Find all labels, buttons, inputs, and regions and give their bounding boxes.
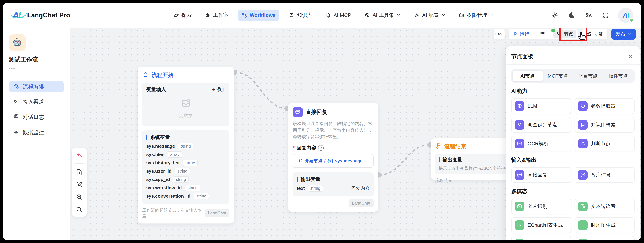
sysvar-row: sys.user_idstring bbox=[146, 167, 226, 175]
play-icon bbox=[513, 31, 518, 37]
app-logo-icon: AL bbox=[12, 10, 23, 20]
panel-card-ocr[interactable]: OCR OCR解析 bbox=[511, 136, 571, 151]
nav-item-permissions[interactable]: 权限管理 bbox=[455, 9, 498, 21]
navbar: AL LangChat Pro 探索 工作室 Workflows 知识库 bbox=[3, 3, 641, 28]
type-tag: string bbox=[178, 143, 193, 150]
chat-bubble-icon bbox=[515, 170, 524, 180]
node-start-header: 流程开始 bbox=[142, 71, 230, 79]
chat-bubble-icon bbox=[293, 107, 303, 117]
section-title-ai-capabilities: AI能力 bbox=[511, 87, 634, 95]
nav-item-studio[interactable]: 工作室 bbox=[201, 9, 232, 21]
fit-view-icon[interactable] bbox=[76, 181, 83, 189]
variable-reference-pill[interactable]: 开始节点 / {x} sys.message bbox=[296, 157, 366, 165]
zoom-out-icon[interactable] bbox=[76, 206, 83, 214]
node-description: 该模块可以直接回复一段指定的内容。常用于引导、提示。非字符串内容传入时，会转成字… bbox=[293, 120, 374, 140]
book-icon bbox=[289, 12, 294, 18]
output-row: text string 回复内容 bbox=[297, 184, 370, 193]
env-button[interactable]: ENV bbox=[493, 29, 505, 40]
sysvar-row: sys.filesarray bbox=[146, 150, 226, 159]
panel-card-condition[interactable]: 判断节点 bbox=[574, 136, 634, 151]
bar-chart-icon bbox=[578, 220, 588, 230]
nav-item-explore[interactable]: 探索 bbox=[170, 9, 196, 21]
panel-card-wordcloud-generation[interactable]: 词云图生成 bbox=[574, 236, 634, 240]
edge-reply-to-end bbox=[379, 145, 430, 175]
ocr-icon: OCR bbox=[515, 139, 524, 148]
panel-tabs: AI节点 MCP节点 平台节点 插件节点 bbox=[511, 69, 634, 82]
brand: AL LangChat Pro bbox=[12, 10, 70, 20]
toolset-icon bbox=[364, 12, 370, 18]
section-accent-bar bbox=[438, 157, 440, 162]
sidebar-item-flow-editor[interactable]: 流程编排 bbox=[9, 81, 64, 92]
panel-card-knowledge-retrieval[interactable]: 知识库检索 bbox=[574, 117, 634, 133]
sidebar-item-data-monitor[interactable]: 数据监控 bbox=[9, 127, 64, 138]
variable-input-title: 变量输入 bbox=[146, 86, 166, 93]
help-icon[interactable]: ? bbox=[318, 145, 324, 151]
panel-card-echart-generation[interactable]: EChart图表生成 bbox=[511, 217, 571, 233]
translate-icon[interactable]: x̄A bbox=[584, 11, 593, 20]
bar-chart-icon bbox=[515, 239, 524, 240]
close-icon[interactable] bbox=[627, 53, 634, 60]
tab-plugin-nodes[interactable]: 插件节点 bbox=[603, 71, 634, 81]
panel-card-intent-recognition[interactable]: 意图识别节点 bbox=[511, 117, 571, 133]
node-panel: 节点面板 AI节点 MCP节点 平台节点 插件节点 AI能力 LLM 参数提取器… bbox=[506, 46, 640, 240]
sidebar-item-label: 流程编排 bbox=[23, 83, 44, 90]
nav-item-knowledge[interactable]: 知识库 bbox=[285, 9, 316, 21]
canvas-controls bbox=[72, 148, 87, 217]
add-variable-button[interactable]: +添加 bbox=[212, 86, 226, 93]
tab-ai-nodes[interactable]: AI节点 bbox=[512, 71, 543, 81]
nav-item-ai-toolset[interactable]: AI 工具集 bbox=[360, 9, 405, 21]
tab-mcp-nodes[interactable]: MCP节点 bbox=[543, 71, 573, 81]
edge-start-to-reply bbox=[235, 72, 287, 109]
checklist-button[interactable] bbox=[537, 30, 548, 38]
output-desc: 回复内容 bbox=[351, 185, 370, 192]
feature-button[interactable]: 功能 bbox=[582, 29, 608, 40]
avatar-letter: I bbox=[627, 11, 629, 19]
brand-name: LangChat Pro bbox=[27, 11, 70, 19]
panel-card-sequence-diagram[interactable]: 时序图生成 bbox=[574, 217, 634, 233]
ref-separator: / bbox=[324, 158, 326, 164]
nav-item-workflows[interactable]: Workflows bbox=[238, 10, 280, 21]
panel-card-image-recognition[interactable]: 图片识别 bbox=[511, 199, 571, 214]
sidebar-item-chat-logs[interactable]: 对话日志 bbox=[9, 111, 64, 123]
fullscreen-icon[interactable] bbox=[601, 11, 610, 20]
brain-icon bbox=[515, 101, 524, 111]
nav-item-ai-mcp[interactable]: AI MCP bbox=[322, 10, 355, 21]
panel-card-param-extractor[interactable]: 参数提取器 bbox=[574, 98, 634, 114]
workflow-avatar bbox=[9, 34, 26, 51]
add-file-icon[interactable] bbox=[76, 168, 83, 176]
workflow-description: --- bbox=[9, 65, 64, 71]
sidebar-item-channels[interactable]: 接入渠道 bbox=[9, 96, 64, 107]
system-variables-box: 系统变量 sys.messagestring sys.filesarray sy… bbox=[142, 130, 230, 204]
online-status-dot bbox=[629, 18, 634, 22]
nav-item-label: AI 工具集 bbox=[372, 12, 394, 19]
nav-item-label: Workflows bbox=[250, 12, 276, 18]
node-reply-header: 直接回复 bbox=[293, 107, 374, 117]
ref-node-name: 开始节点 bbox=[305, 158, 322, 164]
nav-item-ai-config[interactable]: AI 配置 bbox=[410, 9, 449, 21]
reply-content-input[interactable]: 开始节点 / {x} sys.message bbox=[293, 154, 374, 168]
section-accent-bar bbox=[146, 135, 147, 140]
dark-mode-moon-icon[interactable] bbox=[567, 11, 576, 20]
panel-card-llm[interactable]: LLM bbox=[511, 98, 571, 114]
publish-button[interactable]: 发布 bbox=[612, 29, 636, 40]
tab-platform-nodes[interactable]: 平台节点 bbox=[573, 71, 603, 81]
panel-card-note[interactable]: 备注信息 bbox=[574, 167, 634, 183]
user-avatar[interactable]: AI bbox=[618, 7, 633, 23]
node-button-label: 节点 bbox=[564, 31, 573, 37]
run-button[interactable]: 运行 bbox=[510, 31, 532, 37]
node-direct-reply[interactable]: 直接回复 该模块可以直接回复一段指定的内容。常用于引导、提示。非字符串内容传入时… bbox=[288, 102, 378, 212]
panel-card-direct-reply[interactable]: 直接回复 bbox=[511, 167, 571, 183]
panel-card-text-to-speech[interactable]: 文本转语音 bbox=[574, 199, 634, 214]
node-title: 流程结束 bbox=[444, 143, 466, 150]
settings-gear-icon[interactable] bbox=[550, 11, 559, 20]
monitor-icon bbox=[13, 129, 19, 136]
node-panel-button[interactable]: 节点 bbox=[554, 30, 576, 38]
robot-icon bbox=[205, 12, 210, 18]
note-bubble-icon bbox=[578, 170, 588, 180]
node-flow-start[interactable]: 流程开始 变量输入 +添加 无数据 系统变量 sys.messagestring bbox=[138, 66, 234, 224]
zoom-in-icon[interactable] bbox=[76, 193, 83, 201]
panel-card-mindmap-generation[interactable]: 思维导图生成 bbox=[511, 236, 571, 240]
image-icon bbox=[578, 239, 588, 240]
avatar-letter: A bbox=[622, 11, 627, 19]
undo-icon[interactable] bbox=[76, 151, 83, 159]
